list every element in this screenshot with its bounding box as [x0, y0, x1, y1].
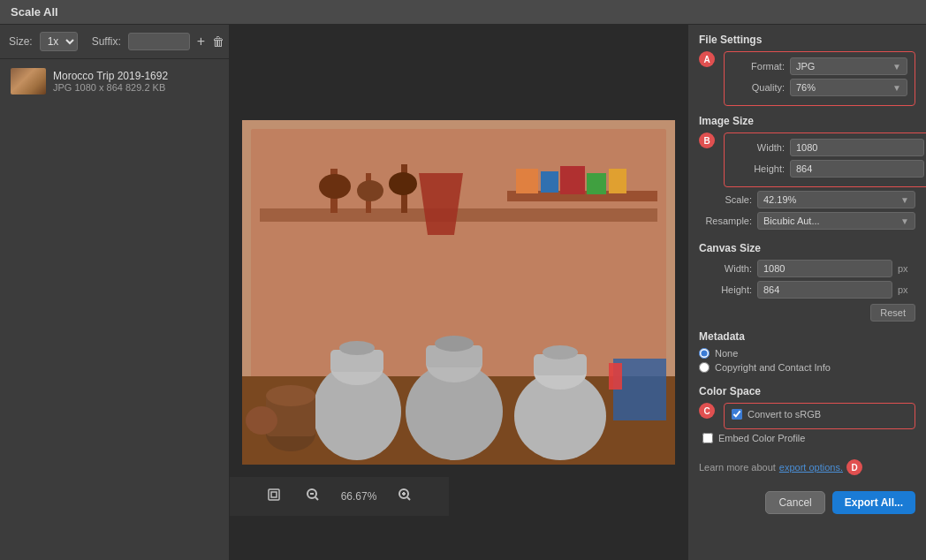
svg-point-8 [389, 172, 417, 195]
metadata-none-row: None [699, 348, 915, 359]
format-row: Format: JPG ▼ [732, 57, 907, 75]
convert-srgb-checkbox[interactable] [732, 409, 742, 420]
zoom-out-button[interactable] [302, 484, 323, 509]
canvas-size-section: Canvas Size Width: px Height: px Reset [699, 242, 915, 322]
suffix-input[interactable] [128, 33, 190, 50]
svg-rect-14 [587, 173, 606, 194]
size-label: Size: [9, 35, 33, 48]
width-label: Width: [732, 142, 785, 153]
file-list: Morocco Trip 2019-1692 JPG 1080 x 864 82… [0, 59, 229, 103]
title-label: Scale All [11, 5, 58, 19]
metadata-none-radio[interactable] [699, 348, 710, 359]
file-meta: JPG 1080 x 864 829.2 KB [53, 82, 168, 93]
zoom-in-button[interactable] [394, 484, 415, 509]
format-select[interactable]: JPG ▼ [790, 57, 907, 75]
zoom-in-icon [398, 488, 412, 502]
size-select[interactable]: 1x 2x 3x [40, 32, 78, 51]
zoom-out-icon [306, 488, 320, 502]
convert-srgb-label: Convert to sRGB [748, 409, 821, 420]
file-thumbnail [11, 68, 46, 95]
svg-rect-2 [260, 208, 657, 222]
right-panel: File Settings A Format: JPG ▼ Quality: [687, 25, 926, 560]
canvas-width-unit: px [898, 263, 915, 274]
quality-label: Quality: [732, 82, 785, 93]
svg-rect-34 [609, 363, 622, 390]
svg-rect-13 [560, 166, 585, 194]
zoom-level: 66.67% [341, 490, 377, 503]
label-d: D [846, 459, 862, 475]
add-size-button[interactable]: + [197, 34, 205, 49]
cancel-button[interactable]: Cancel [765, 491, 824, 514]
main-image [242, 120, 675, 465]
title-bar: Scale All [0, 0, 926, 25]
canvas-height-row: Height: px [699, 281, 915, 299]
color-space-title: Color Space [699, 385, 915, 397]
file-info: Morocco Trip 2019-1692 JPG 1080 x 864 82… [53, 70, 168, 93]
image-size-title: Image Size [699, 115, 915, 127]
fit-to-screen-button[interactable] [263, 484, 285, 509]
scale-label: Scale: [699, 194, 752, 205]
metadata-copyright-row: Copyright and Contact Info [699, 362, 915, 373]
height-label: Height: [732, 163, 785, 174]
width-row: Width: px [732, 139, 926, 156]
delete-size-button[interactable]: 🗑 [212, 34, 224, 49]
embed-profile-checkbox[interactable] [702, 433, 713, 443]
export-all-button[interactable]: Export All... [832, 491, 915, 514]
quality-chevron: ▼ [892, 83, 901, 93]
canvas-height-unit: px [898, 284, 915, 295]
reset-button[interactable]: Reset [870, 304, 915, 322]
image-container [242, 120, 675, 465]
svg-point-28 [543, 345, 578, 359]
svg-point-31 [266, 385, 315, 406]
quality-select[interactable]: 76% ▼ [790, 79, 907, 96]
convert-srgb-row: Convert to sRGB [732, 409, 907, 420]
footer-buttons: Cancel Export All... [699, 491, 915, 514]
svg-rect-15 [609, 169, 626, 193]
scale-chevron: ▼ [900, 195, 909, 205]
metadata-none-label: None [715, 348, 738, 359]
svg-point-32 [246, 406, 277, 435]
fit-icon [267, 488, 281, 502]
format-chevron: ▼ [892, 62, 901, 72]
svg-point-7 [357, 180, 383, 201]
metadata-copyright-label: Copyright and Contact Info [715, 362, 831, 373]
canvas-height-input[interactable] [757, 281, 892, 299]
canvas-width-input[interactable] [757, 260, 892, 277]
scale-row: Scale: 42.19% ▼ [699, 191, 915, 208]
scale-select[interactable]: 42.19% ▼ [757, 191, 915, 208]
svg-line-43 [407, 497, 410, 500]
file-settings-section: File Settings A Format: JPG ▼ Quality: [699, 34, 915, 106]
export-options-link[interactable]: export options. [779, 462, 843, 473]
resample-chevron: ▼ [900, 216, 909, 226]
suffix-label: Suffix: [92, 35, 121, 48]
size-suffix-controls: Size: 1x 2x 3x Suffix: + 🗑 [0, 25, 229, 59]
metadata-title: Metadata [699, 330, 915, 343]
svg-rect-36 [271, 492, 277, 497]
metadata-copyright-radio[interactable] [699, 362, 710, 373]
left-panel: Size: 1x 2x 3x Suffix: + 🗑 Mo [0, 25, 230, 560]
resample-select[interactable]: Bicubic Aut... ▼ [757, 212, 915, 230]
svg-rect-11 [516, 169, 538, 193]
label-c: C [699, 403, 715, 419]
color-space-section: Color Space C Convert to sRGB Embed Colo… [699, 385, 915, 447]
file-item[interactable]: Morocco Trip 2019-1692 JPG 1080 x 864 82… [5, 64, 224, 98]
canvas-width-row: Width: px [699, 260, 915, 277]
canvas-width-label: Width: [699, 263, 752, 274]
image-toolbar: 66.67% [230, 477, 449, 516]
file-settings-title: File Settings [699, 34, 915, 46]
resample-label: Resample: [699, 216, 752, 226]
embed-profile-label: Embed Color Profile [718, 433, 805, 443]
svg-point-20 [339, 341, 375, 355]
canvas-height-label: Height: [699, 284, 752, 295]
embed-profile-row: Embed Color Profile [702, 433, 915, 443]
resample-row: Resample: Bicubic Aut... ▼ [699, 212, 915, 230]
svg-point-24 [435, 336, 474, 352]
image-size-section: Image Size B Width: px Height: px [699, 115, 915, 233]
width-input[interactable] [790, 139, 924, 156]
color-space-box: Convert to sRGB [724, 403, 915, 429]
file-name: Morocco Trip 2019-1692 [53, 70, 168, 82]
height-input[interactable] [790, 160, 924, 178]
learn-more-row: Learn more about export options. D [699, 459, 915, 475]
label-a: A [699, 51, 715, 67]
svg-point-6 [319, 174, 351, 199]
